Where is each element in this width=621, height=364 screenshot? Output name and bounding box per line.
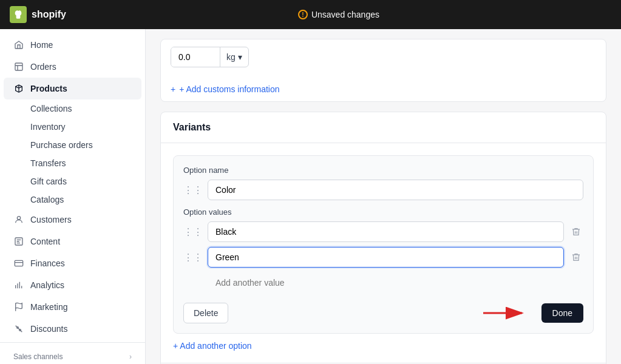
main-layout: Home Orders Products Collections Invento… — [0, 29, 621, 364]
weight-unit-label: kg — [226, 52, 236, 62]
sidebar-item-collections[interactable]: Collections — [30, 99, 141, 118]
warning-icon: ! — [298, 10, 308, 19]
option-name-row: ⋮⋮ — [183, 180, 583, 200]
content-area: kg ▾ + + Add customs information Variant… — [146, 29, 621, 364]
option-value-black-input[interactable] — [208, 221, 564, 242]
products-icon — [13, 83, 24, 94]
sidebar: Home Orders Products Collections Invento… — [0, 29, 146, 364]
delete-black-button[interactable] — [569, 224, 583, 239]
customers-label: Customers — [30, 215, 72, 224]
collections-label: Collections — [30, 104, 72, 113]
plus-icon: + — [171, 84, 175, 94]
home-label: Home — [30, 40, 53, 50]
orders-icon — [13, 61, 24, 72]
sidebar-item-transfers[interactable]: Transfers — [30, 154, 141, 172]
option-values-label: Option values — [183, 207, 583, 217]
delete-green-button[interactable] — [569, 250, 583, 265]
sales-channels-section: Sales channels › — [0, 345, 145, 363]
add-option-label: + Add another option — [173, 341, 252, 351]
shopify-logo-icon — [10, 6, 27, 23]
weight-form-row: kg ▾ — [161, 39, 606, 77]
unsaved-changes-badge: ! Unsaved changes — [298, 10, 379, 19]
marketing-label: Marketing — [30, 302, 67, 312]
sidebar-item-gift-cards[interactable]: Gift cards — [30, 172, 141, 190]
transfers-label: Transfers — [30, 158, 66, 168]
customers-icon — [13, 214, 24, 225]
content-icon — [13, 236, 24, 247]
svg-rect-3 — [15, 260, 22, 266]
add-customs-label: + Add customs information — [179, 84, 279, 94]
weight-input-group[interactable]: kg ▾ — [171, 47, 249, 67]
done-button[interactable]: Done — [541, 303, 583, 323]
option-value-green-row: ⋮⋮ — [183, 247, 583, 268]
sidebar-item-customers[interactable]: Customers — [4, 209, 141, 231]
logo: shopify — [10, 6, 66, 23]
arrow-done-group: Done — [481, 303, 583, 323]
drag-handle-option-name[interactable]: ⋮⋮ — [183, 184, 203, 196]
svg-point-1 — [17, 217, 20, 220]
topbar-center: ! Unsaved changes — [66, 10, 611, 19]
sidebar-item-inventory[interactable]: Inventory — [30, 118, 141, 136]
add-value-input[interactable] — [208, 272, 583, 293]
sidebar-item-home[interactable]: Home — [4, 34, 141, 56]
option-value-black-row: ⋮⋮ — [183, 221, 583, 242]
sidebar-item-content[interactable]: Content — [4, 231, 141, 252]
chevron-down-icon: ▾ — [238, 52, 242, 62]
option-value-green-input[interactable] — [208, 247, 564, 268]
analytics-icon — [13, 280, 24, 291]
svg-rect-0 — [15, 63, 22, 70]
catalogs-label: Catalogs — [30, 195, 64, 204]
delete-option-button[interactable]: Delete — [183, 303, 228, 323]
products-label: Products — [30, 84, 67, 93]
trash-icon — [571, 252, 581, 262]
drag-handle-black[interactable]: ⋮⋮ — [183, 226, 203, 238]
sidebar-item-purchase-orders[interactable]: Purchase orders — [30, 136, 141, 154]
finances-label: Finances — [30, 258, 65, 268]
variants-body: Option name ⋮⋮ Option values ⋮⋮ — [161, 143, 606, 363]
drag-handle-green[interactable]: ⋮⋮ — [183, 252, 203, 263]
orders-label: Orders — [30, 62, 56, 72]
inventory-label: Inventory — [30, 122, 66, 132]
option-name-label: Option name — [183, 166, 583, 175]
sales-channels-label: Sales channels — [13, 352, 63, 361]
unsaved-label: Unsaved changes — [311, 10, 379, 19]
marketing-icon — [13, 302, 24, 312]
content-label: Content — [30, 237, 60, 246]
weight-input[interactable] — [171, 47, 220, 67]
sidebar-sub-products: Collections Inventory Purchase orders Tr… — [0, 99, 145, 209]
trash-icon — [571, 227, 581, 237]
option-name-input[interactable] — [208, 180, 583, 200]
weight-card: kg ▾ + + Add customs information — [160, 39, 606, 102]
sidebar-item-finances[interactable]: Finances — [4, 252, 141, 274]
sidebar-item-discounts[interactable]: Discounts — [4, 318, 141, 340]
option-action-row: Delete — [183, 303, 583, 323]
red-arrow-icon — [481, 305, 529, 322]
variants-heading: Variants — [161, 112, 606, 143]
logo-text: shopify — [32, 9, 66, 20]
sidebar-item-catalogs[interactable]: Catalogs — [30, 190, 141, 209]
sidebar-item-analytics[interactable]: Analytics — [4, 274, 141, 296]
purchase-orders-label: Purchase orders — [30, 140, 93, 150]
home-icon — [13, 39, 24, 50]
analytics-label: Analytics — [30, 280, 64, 290]
add-value-row: ⋮⋮ — [183, 272, 583, 293]
topbar: shopify ! Unsaved changes — [0, 0, 621, 29]
chevron-right-icon: › — [129, 352, 132, 361]
discounts-label: Discounts — [30, 324, 67, 334]
gift-cards-label: Gift cards — [30, 177, 67, 186]
weight-unit-select[interactable]: kg ▾ — [220, 47, 248, 67]
add-another-option-link[interactable]: + Add another option — [173, 341, 252, 351]
option-group: Option name ⋮⋮ Option values ⋮⋮ — [173, 155, 594, 334]
sidebar-item-orders[interactable]: Orders — [4, 56, 141, 78]
sidebar-item-marketing[interactable]: Marketing — [4, 296, 141, 318]
add-customs-link[interactable]: + + Add customs information — [161, 77, 606, 101]
finances-icon — [13, 258, 24, 269]
discounts-icon — [13, 323, 24, 334]
sidebar-item-products[interactable]: Products — [4, 78, 141, 99]
variants-card: Variants Option name ⋮⋮ Option values ⋮⋮ — [160, 112, 606, 364]
